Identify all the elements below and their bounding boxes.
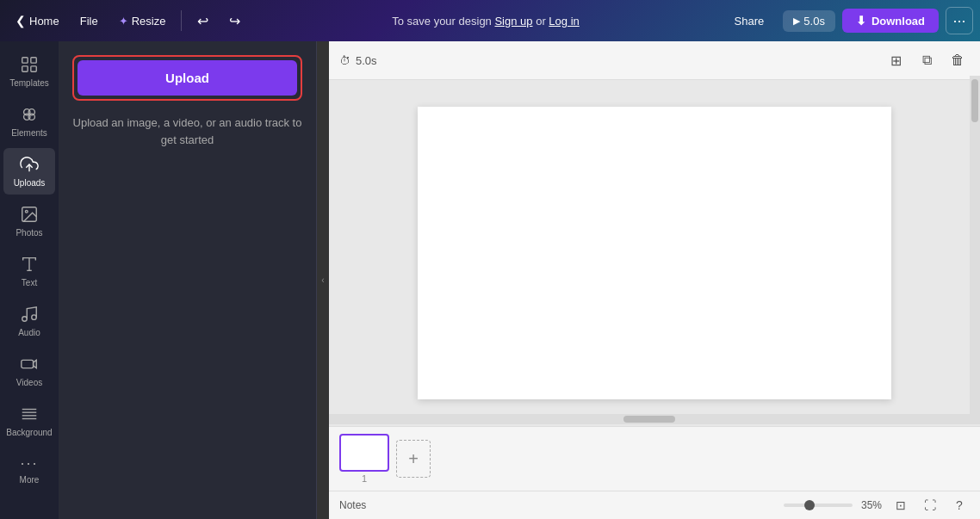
sidebar-item-text[interactable]: Text <box>3 248 55 294</box>
zoom-slider[interactable] <box>784 504 853 507</box>
add-page-icon-btn[interactable]: ⊞ <box>884 48 908 72</box>
home-arrow-icon: ❮ <box>16 14 26 28</box>
svg-rect-2 <box>22 66 28 71</box>
more-options-button[interactable]: ··· <box>946 7 973 34</box>
more-label: ··· <box>952 12 965 30</box>
more-label: More <box>20 475 40 485</box>
delete-page-btn[interactable]: 🗑 <box>946 48 970 72</box>
canvas-toolbar: ⏱ 5.0s ⊞ ⧉ 🗑 <box>329 41 980 80</box>
sidebar-item-background[interactable]: Background <box>3 398 55 444</box>
canvas-area: ⏱ 5.0s ⊞ ⧉ 🗑 1 + <box>329 41 980 519</box>
uploads-label: Uploads <box>14 178 46 188</box>
redo-button[interactable]: ↪ <box>220 9 249 33</box>
uploads-icon <box>20 155 39 176</box>
canvas-toolbar-left: ⏱ 5.0s <box>339 54 377 67</box>
divider-1 <box>181 10 182 31</box>
home-label: Home <box>29 15 59 28</box>
svg-point-13 <box>22 317 28 322</box>
zoom-level: 35% <box>861 499 882 511</box>
resize-button[interactable]: ✦ Resize <box>110 11 175 31</box>
sidebar-item-more[interactable]: ··· More <box>3 448 55 491</box>
svg-point-14 <box>32 315 37 320</box>
zoom-thumb <box>804 500 815 510</box>
fullscreen-button[interactable]: ⛶ <box>920 495 940 516</box>
collapse-icon: ‹ <box>321 275 324 285</box>
timeline-bar: 1 + <box>329 426 980 491</box>
canvas-toolbar-right: ⊞ ⧉ 🗑 <box>884 48 970 72</box>
upload-hint: Upload an image, a video, or an audio tr… <box>72 114 302 148</box>
help-button[interactable]: ? <box>949 495 970 516</box>
svg-rect-0 <box>22 58 28 63</box>
text-icon <box>20 255 39 275</box>
file-button[interactable]: File <box>71 11 107 31</box>
elements-icon <box>20 105 39 126</box>
sidebar-item-videos[interactable]: Videos <box>3 348 55 394</box>
h-scrollbar-thumb <box>623 416 675 423</box>
audio-icon <box>20 305 39 325</box>
horizontal-scrollbar[interactable] <box>329 414 970 424</box>
log-in-link[interactable]: Log in <box>549 15 579 28</box>
videos-icon <box>20 355 39 375</box>
status-bar: Notes 35% ⊡ ⛶ ? <box>329 491 980 519</box>
svg-point-7 <box>28 109 34 115</box>
zoom-track <box>784 504 853 507</box>
audio-label: Audio <box>18 328 40 337</box>
upload-button[interactable]: Upload <box>78 60 297 96</box>
sidebar-item-uploads[interactable]: Uploads <box>3 148 55 195</box>
resize-label: Resize <box>132 15 166 28</box>
page-thumb-1[interactable] <box>339 434 389 472</box>
clock-icon: ⏱ <box>339 54 350 67</box>
file-label: File <box>80 15 98 28</box>
svg-rect-3 <box>31 66 36 71</box>
photos-label: Photos <box>16 228 42 238</box>
nav-right: Share ▶ 5.0s ⬇ Download ··· <box>723 7 973 34</box>
sidebar-item-templates[interactable]: Templates <box>3 48 55 95</box>
notes-label: Notes <box>339 499 366 511</box>
elements-label: Elements <box>11 128 47 138</box>
duration-label: 5.0s <box>803 15 825 28</box>
page-number-1: 1 <box>362 473 367 484</box>
page-1-container: 1 <box>339 434 389 484</box>
save-hint: To save your design Sign up or Log in <box>252 15 718 28</box>
svg-point-10 <box>25 210 28 213</box>
videos-label: Videos <box>16 378 42 387</box>
fit-page-button[interactable]: ⊡ <box>890 495 911 516</box>
sign-up-link[interactable]: Sign up <box>494 15 532 28</box>
background-icon <box>20 405 39 425</box>
play-icon: ▶ <box>793 15 800 27</box>
topnav: ❮ Home File ✦ Resize ↩ ↪ To save your de… <box>0 0 980 41</box>
templates-icon <box>20 55 39 76</box>
photos-icon <box>20 205 39 226</box>
canvas-scroll-area[interactable] <box>329 80 980 426</box>
duration-display: 5.0s <box>356 54 377 67</box>
status-right: 35% ⊡ ⛶ ? <box>784 495 970 516</box>
undo-button[interactable]: ↩ <box>189 9 217 33</box>
download-button[interactable]: ⬇ Download <box>842 9 939 33</box>
templates-label: Templates <box>9 78 49 88</box>
svg-rect-15 <box>22 360 34 368</box>
play-button[interactable]: ▶ 5.0s <box>783 10 835 32</box>
resize-star-icon: ✦ <box>119 15 128 28</box>
upload-button-wrapper: Upload <box>72 55 302 101</box>
add-page-button[interactable]: + <box>396 440 431 478</box>
more-icon: ··· <box>20 454 38 473</box>
left-panel: Upload Upload an image, a video, or an a… <box>59 41 317 519</box>
vertical-scrollbar[interactable] <box>970 76 980 424</box>
share-button[interactable]: Share <box>723 11 777 31</box>
collapse-panel-handle[interactable]: ‹ <box>317 41 329 519</box>
duplicate-page-btn[interactable]: ⧉ <box>915 48 939 72</box>
sidebar-item-elements[interactable]: Elements <box>3 98 55 145</box>
background-label: Background <box>6 428 52 437</box>
home-button[interactable]: ❮ Home <box>7 10 68 31</box>
sidebar-icons: Templates Elements Uploads Photos Text <box>0 41 59 519</box>
text-label: Text <box>22 278 37 287</box>
svg-rect-1 <box>31 58 36 63</box>
sidebar-item-audio[interactable]: Audio <box>3 298 55 344</box>
download-label: Download <box>871 15 925 28</box>
scrollbar-thumb <box>971 79 978 122</box>
main-content: Templates Elements Uploads Photos Text <box>0 41 980 519</box>
download-icon: ⬇ <box>856 14 866 28</box>
sidebar-item-photos[interactable]: Photos <box>3 198 55 244</box>
canvas-page <box>418 107 891 399</box>
